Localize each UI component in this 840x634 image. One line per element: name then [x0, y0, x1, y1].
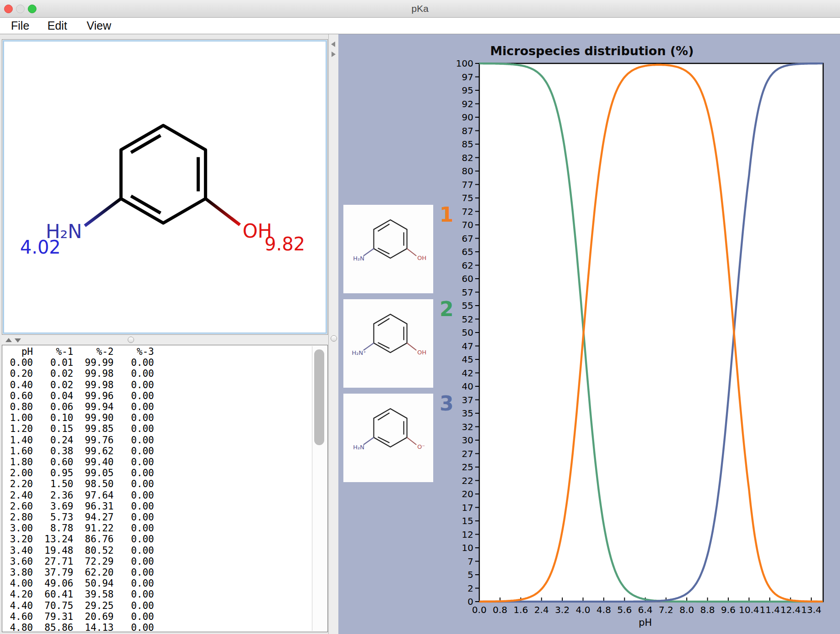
y-tick-label: 42 [462, 368, 473, 379]
splitter-handle-icon[interactable] [128, 337, 134, 343]
y-tick-label: 82 [462, 152, 473, 163]
table-row: 2.40 2.36 97.64 0.00 [4, 490, 154, 501]
x-tick-label: 3.2 [555, 604, 570, 615]
y-tick-label: 90 [462, 112, 473, 123]
plot-area [479, 63, 823, 602]
structure-canvas[interactable]: H₂N OH 4.02 9.82 [3, 40, 327, 334]
x-tick-label: 4.0 [576, 604, 591, 615]
y-tick-label: 67 [462, 233, 473, 244]
table-header-row: pH %-1 %-2 %-3 [4, 346, 154, 357]
y-tick-label: 65 [462, 246, 473, 257]
table-row: 3.20 13.24 86.76 0.00 [4, 534, 154, 545]
pka-amine-value: 4.02 [20, 237, 61, 258]
x-tick-label: 1.6 [513, 604, 528, 615]
table-row: 4.80 85.86 14.13 0.00 [4, 622, 154, 632]
table-row: 1.20 0.15 99.85 0.00 [4, 423, 154, 434]
y-tick-label: 30 [462, 435, 473, 446]
y-tick-label: 40 [462, 381, 473, 392]
y-tick-label: 70 [462, 219, 473, 230]
y-tick-label: 55 [462, 300, 473, 311]
x-tick-label: 9.6 [721, 604, 736, 615]
y-tick-label: 27 [462, 448, 473, 459]
y-tick-label: 32 [462, 421, 473, 432]
y-tick-label: 2 [467, 583, 473, 594]
x-tick-label: 13.4 [801, 604, 822, 615]
y-tick-label: 37 [462, 395, 473, 405]
pka-hydroxyl-value: 9.82 [264, 234, 305, 255]
y-tick-label: 20 [462, 488, 473, 499]
y-tick-label: 35 [462, 408, 473, 419]
y-tick-label: 45 [462, 354, 473, 365]
y-tick-label: 95 [462, 85, 473, 96]
menu-view[interactable]: View [87, 18, 111, 34]
y-tick-label: 50 [462, 327, 473, 338]
y-tick-label: 85 [462, 139, 473, 150]
table-row: 0.80 0.06 99.94 0.00 [4, 401, 154, 412]
amine-bond [85, 199, 121, 226]
y-tick-label: 92 [462, 99, 473, 109]
collapse-left-icon[interactable] [331, 42, 335, 47]
y-tick-label: 75 [462, 192, 473, 203]
hydroxyl-bond [206, 199, 240, 225]
menubar: File Edit View [0, 18, 840, 34]
table-row: 0.20 0.02 99.98 0.00 [4, 368, 154, 379]
y-tick-label: 10 [462, 542, 473, 553]
microspecies-table-panel: pH %-1 %-2 %-3 0.00 0.01 99.99 0.00 0.20… [2, 345, 328, 632]
table-row: 4.60 79.31 20.69 0.00 [4, 611, 154, 622]
table-row: 3.00 8.78 91.22 0.00 [4, 523, 154, 534]
titlebar: pKa [0, 0, 840, 18]
scrollbar-thumb[interactable] [314, 349, 324, 445]
y-tick-label: 80 [462, 166, 473, 177]
horizontal-splitter[interactable] [2, 335, 328, 345]
table-row: 0.00 0.01 99.99 0.00 [4, 357, 154, 368]
table-row: 2.80 5.73 94.27 0.00 [4, 512, 154, 523]
table-row: 3.40 19.48 80.52 0.00 [4, 545, 154, 556]
x-tick-label: 2.4 [534, 604, 549, 615]
y-tick-label: 87 [462, 125, 473, 136]
y-tick-label: 62 [462, 260, 473, 271]
table-row: 0.40 0.02 99.98 0.00 [4, 379, 154, 390]
collapse-up-icon[interactable] [5, 338, 12, 342]
table-scrollbar[interactable] [312, 346, 327, 631]
y-tick-label: 22 [462, 475, 473, 486]
x-tick-label: 8.8 [700, 604, 715, 615]
menu-edit[interactable]: Edit [47, 18, 67, 34]
molecule-structure: H₂N OH 4.02 9.82 [4, 42, 327, 334]
y-tick-label: 97 [462, 72, 473, 83]
table-row: 4.00 49.06 50.94 0.00 [4, 578, 154, 589]
x-tick-label: 12.4 [780, 604, 801, 615]
chart-panel: H₂N OH 1 H₂N⁺ OH 2 [338, 34, 840, 634]
y-tick-label: 5 [467, 569, 473, 580]
y-tick-label: 52 [462, 314, 473, 325]
menu-file[interactable]: File [11, 18, 29, 34]
table-row: 1.80 0.60 99.40 0.00 [4, 457, 154, 468]
x-tick-label: 0.8 [493, 604, 508, 615]
collapse-down-icon[interactable] [15, 338, 21, 343]
table-row: 4.20 60.41 39.58 0.00 [4, 589, 154, 600]
y-tick-label: 17 [462, 502, 473, 513]
y-tick-label: 77 [462, 179, 473, 190]
x-tick-label: 5.6 [617, 604, 632, 615]
table-row: 0.60 0.04 99.96 0.00 [4, 390, 154, 401]
x-tick-label: 8.0 [679, 604, 694, 615]
table-row: 2.00 0.95 99.05 0.00 [4, 468, 154, 478]
y-tick-label: 72 [462, 206, 473, 217]
y-tick-label: 57 [462, 287, 473, 298]
benzene-ring [121, 125, 205, 223]
table-row: 3.60 27.71 72.29 0.00 [4, 556, 154, 567]
x-tick-label: 4.8 [596, 604, 611, 615]
table-row: 2.60 3.69 96.31 0.00 [4, 501, 154, 512]
x-tick-label: 11.4 [760, 604, 780, 615]
table-row: 2.20 1.50 98.50 0.00 [4, 478, 154, 489]
y-tick-label: 25 [462, 462, 473, 473]
pka-window: pKa File Edit View [0, 0, 840, 634]
table-row: 1.00 0.10 99.90 0.00 [4, 412, 154, 423]
y-axis: 1009795929087858280777572706765626057555… [456, 58, 479, 607]
distribution-chart: Microspecies distribution (%)10097959290… [338, 34, 840, 634]
collapse-right-icon[interactable] [332, 52, 336, 57]
splitter-handle-icon[interactable] [331, 335, 337, 342]
vertical-splitter[interactable] [328, 34, 338, 634]
table-row: 1.40 0.24 99.76 0.00 [4, 435, 154, 446]
distribution-table: pH %-1 %-2 %-3 0.00 0.01 99.99 0.00 0.20… [4, 346, 154, 632]
x-tick-label: 10.4 [739, 604, 759, 615]
